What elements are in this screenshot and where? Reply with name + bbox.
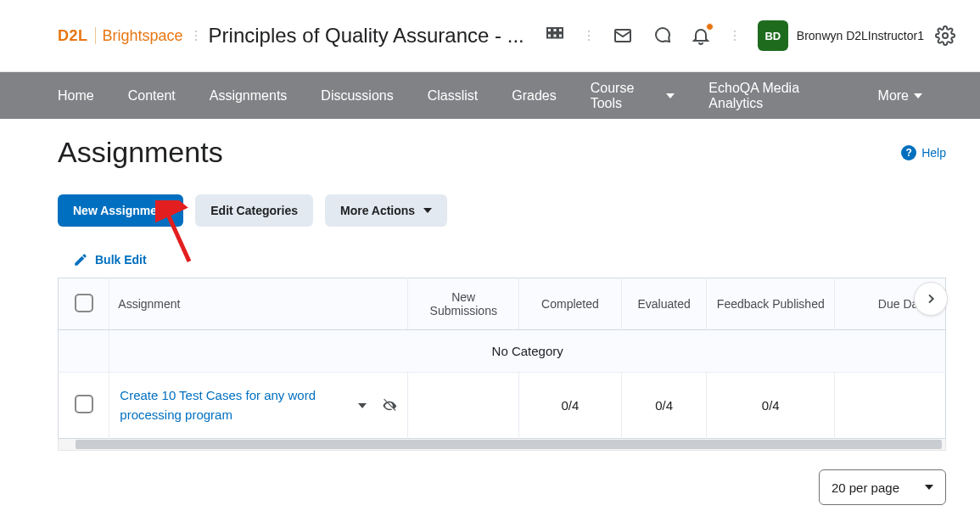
cell-due-date	[835, 373, 946, 439]
user-menu[interactable]: BD Bronwyn D2LInstructor1	[758, 20, 924, 51]
messages-icon[interactable]	[605, 18, 641, 53]
col-assignment[interactable]: Assignment	[109, 278, 408, 330]
svg-rect-4	[552, 34, 557, 38]
category-row: No Category	[59, 330, 946, 373]
brand-d2l: D2L	[58, 27, 88, 45]
toolbar: New Assignment Edit Categories More Acti…	[58, 194, 946, 227]
subscriptions-icon[interactable]	[644, 18, 680, 53]
nav-course-tools[interactable]: Course Tools	[591, 81, 675, 111]
settings-icon[interactable]	[927, 18, 963, 53]
divider-dots	[195, 31, 197, 41]
horizontal-scrollbar[interactable]	[58, 439, 946, 451]
svg-point-7	[943, 33, 948, 38]
nav-classlist[interactable]: Classlist	[428, 88, 479, 104]
table-row: Create 10 Test Cases for any word proces…	[59, 373, 946, 439]
svg-rect-5	[558, 34, 563, 38]
nav-more[interactable]: More	[878, 88, 922, 104]
row-actions-dropdown[interactable]	[358, 403, 367, 408]
edit-icon	[73, 252, 88, 267]
page-content: Assignments ? Help New Assignment Edit C…	[0, 119, 980, 528]
per-page-select[interactable]: 20 per page	[819, 469, 946, 505]
row-checkbox[interactable]	[75, 395, 93, 413]
svg-rect-0	[547, 28, 552, 32]
username: Bronwyn D2LInstructor1	[797, 29, 924, 42]
brand[interactable]: D2L Brightspace	[58, 27, 183, 45]
more-actions-button[interactable]: More Actions	[325, 194, 447, 227]
chevron-down-icon	[914, 93, 922, 98]
course-nav: Home Content Assignments Discussions Cla…	[0, 72, 980, 119]
help-label: Help	[921, 146, 946, 160]
help-link[interactable]: ? Help	[901, 145, 946, 160]
nav-discussions[interactable]: Discussions	[321, 88, 393, 104]
category-label: No Category	[109, 330, 946, 373]
cell-feedback[interactable]: 0/4	[707, 373, 835, 439]
nav-content[interactable]: Content	[128, 88, 176, 104]
divider-dots	[734, 31, 736, 41]
page-title: Assignments	[58, 136, 223, 169]
notifications-icon[interactable]	[683, 18, 719, 53]
svg-rect-2	[558, 28, 563, 32]
notification-badge	[706, 23, 714, 31]
brand-brightspace: Brightspace	[103, 27, 183, 45]
col-completed[interactable]: Completed	[519, 278, 622, 330]
cell-evaluated[interactable]: 0/4	[621, 373, 707, 439]
assignments-table: Assignment New Submissions Completed Eva…	[58, 278, 946, 439]
nav-echoqa[interactable]: EchoQA Media Analytics	[708, 81, 843, 111]
chevron-down-icon	[666, 93, 675, 98]
header-icons: BD Bronwyn D2LInstructor1	[537, 18, 963, 53]
scroll-right-button[interactable]	[914, 282, 948, 316]
edit-categories-button[interactable]: Edit Categories	[195, 194, 313, 227]
svg-rect-1	[552, 28, 557, 32]
hidden-icon[interactable]	[382, 398, 397, 413]
nav-home[interactable]: Home	[58, 88, 94, 104]
cell-new-submissions	[408, 373, 519, 439]
avatar: BD	[758, 20, 788, 51]
chevron-down-icon	[423, 208, 432, 213]
select-all-checkbox[interactable]	[75, 294, 93, 312]
col-evaluated[interactable]: Evaluated	[621, 278, 707, 330]
help-icon: ?	[901, 145, 916, 160]
course-title-text: Principles of Quality Assurance - ...	[209, 24, 524, 48]
bulk-edit-link[interactable]: Bulk Edit	[73, 252, 946, 267]
divider-dots	[588, 31, 590, 41]
cell-completed[interactable]: 0/4	[519, 373, 622, 439]
col-new-submissions[interactable]: New Submissions	[408, 278, 519, 330]
nav-grades[interactable]: Grades	[512, 88, 556, 104]
brand-separator	[95, 27, 96, 44]
apps-icon[interactable]	[537, 18, 573, 53]
svg-rect-3	[547, 34, 552, 38]
new-assignment-button[interactable]: New Assignment	[58, 194, 183, 227]
col-feedback[interactable]: Feedback Published	[707, 278, 835, 330]
nav-assignments[interactable]: Assignments	[210, 88, 288, 104]
assignment-link[interactable]: Create 10 Test Cases for any word proces…	[120, 386, 323, 424]
chevron-down-icon	[925, 485, 933, 490]
top-header: D2L Brightspace Principles of Quality As…	[0, 0, 980, 72]
course-title[interactable]: Principles of Quality Assurance - ...	[209, 24, 524, 48]
col-select	[59, 278, 109, 330]
